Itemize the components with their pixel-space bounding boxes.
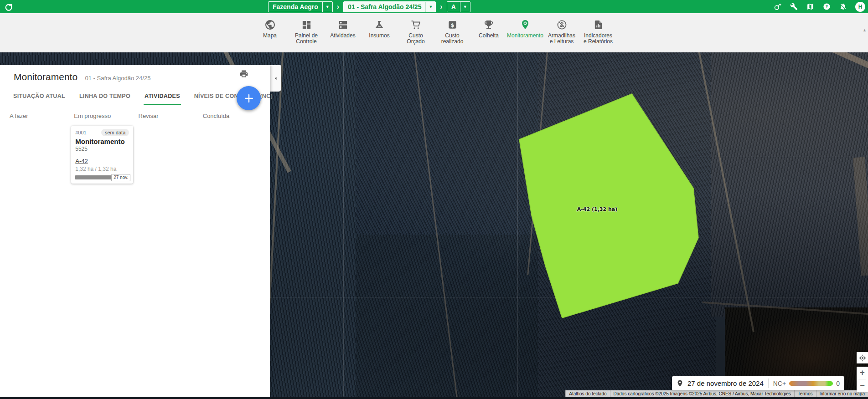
nav-item-label: Armadilhas e Leituras xyxy=(547,33,577,45)
trophy-icon xyxy=(483,18,494,31)
cart-icon xyxy=(410,18,422,31)
list-icon xyxy=(338,18,348,31)
breadcrumb-chevron-icon: › xyxy=(337,3,339,10)
panel-header: Monitoramento 01 - Safra Algodão 24/25 xyxy=(0,65,270,82)
panel-tabs: SITUAÇÃO ATUAL LINHA DO TEMPO ATIVIDADES… xyxy=(0,89,270,105)
nav-item-label: Insumos xyxy=(369,33,389,39)
card-code: 5525 xyxy=(75,146,129,152)
nc-label: NC+ xyxy=(773,380,786,387)
top-navigation-bar: Fazenda Aegro ▼ › 01 - Safra Algodão 24/… xyxy=(0,0,868,13)
kanban-column-a-fazer: A fazer xyxy=(10,113,74,119)
field-polygon-label: A-42 (1,32 ha) xyxy=(577,206,618,212)
panel-subtitle: 01 - Safra Algodão 24/25 xyxy=(85,75,151,82)
card-id: #001 xyxy=(75,130,86,135)
nav-item-indicadores-e-relatorios[interactable]: Indicadores e Relatórios xyxy=(583,18,614,52)
topbar-actions: ? H xyxy=(773,0,865,13)
kanban-column-revisar: Revisar xyxy=(139,113,203,119)
breadcrumb: Fazenda Aegro ▼ › 01 - Safra Algodão 24/… xyxy=(268,0,470,13)
chevron-left-icon xyxy=(273,75,279,82)
panel-title: Monitoramento xyxy=(14,72,78,82)
svg-text:$: $ xyxy=(450,22,454,28)
map-book-icon[interactable] xyxy=(806,2,815,11)
card-area: 1,32 ha / 1,32 ha xyxy=(75,166,129,172)
divider xyxy=(768,379,769,388)
kanban-board: A fazer Em progresso Revisar Concluída #… xyxy=(0,105,270,184)
season-selector[interactable]: 01 - Safra Algodão 24/25 ▼ xyxy=(343,1,436,12)
add-activity-fab[interactable] xyxy=(237,86,261,110)
chevron-down-icon[interactable]: ▼ xyxy=(425,2,435,12)
map-status-bar[interactable]: 27 de novembro de 2024 NC+ 0 xyxy=(672,376,844,390)
module-toolbar: Mapa Painel de Controle Atividades Insum… xyxy=(0,13,868,52)
map-attribution: Atalhos do teclado Dados cartográficos ©… xyxy=(565,390,868,397)
nc-value: 0 xyxy=(836,380,840,387)
nav-item-colheita[interactable]: Colheita xyxy=(474,18,504,52)
nav-item-armadilhas-e-leituras[interactable]: Armadilhas e Leituras xyxy=(547,18,577,52)
nav-item-label: Custo realizado xyxy=(437,33,468,45)
nav-item-atividades[interactable]: Atividades xyxy=(328,18,358,52)
tab-atividades[interactable]: ATIVIDADES xyxy=(144,89,181,105)
card-progress-date: 27 nov. xyxy=(111,174,130,181)
tab-linha-do-tempo[interactable]: LINHA DO TEMPO xyxy=(78,89,131,105)
nav-item-painel-de-controle[interactable]: Painel de Controle xyxy=(291,18,322,52)
nav-item-label: Mapa xyxy=(263,33,277,39)
printer-icon xyxy=(239,69,248,78)
nav-item-label: Indicadores e Relatórios xyxy=(583,33,614,45)
breadcrumb-chevron-icon: › xyxy=(440,3,442,10)
logo-add-icon[interactable] xyxy=(773,2,782,11)
nc-gradient-bar xyxy=(789,381,833,386)
location-pin-icon xyxy=(676,379,684,388)
zoom-in-button[interactable]: + xyxy=(857,367,868,379)
monitoring-panel: Monitoramento 01 - Safra Algodão 24/25 S… xyxy=(0,65,270,397)
pin-bug-icon xyxy=(520,18,531,31)
plot-selector-label: A xyxy=(447,2,460,12)
panel-collapse-button[interactable] xyxy=(270,65,281,92)
flask-icon xyxy=(374,18,385,31)
nav-item-insumos[interactable]: Insumos xyxy=(364,18,395,52)
card-title: Monitoramento xyxy=(75,138,129,145)
nav-item-monitoramento[interactable]: Monitoramento xyxy=(510,18,541,52)
print-button[interactable] xyxy=(238,68,250,80)
scroll-up-icon[interactable]: ▲ xyxy=(863,28,867,32)
nav-item-custo-orcado[interactable]: Custo Orçado xyxy=(401,18,431,52)
aegro-logo[interactable] xyxy=(4,1,14,14)
card-field-link[interactable]: A-42 xyxy=(75,158,129,164)
chevron-down-icon[interactable]: ▼ xyxy=(322,2,332,12)
tab-situacao-atual[interactable]: SITUAÇÃO ATUAL xyxy=(12,89,66,105)
nav-item-label: Colheita xyxy=(479,33,499,39)
report-icon xyxy=(593,18,604,31)
zoom-out-button[interactable]: − xyxy=(857,379,868,392)
plus-icon xyxy=(243,93,254,104)
nav-item-label: Custo Orçado xyxy=(401,33,431,45)
nav-item-label: Monitoramento xyxy=(507,33,543,39)
map-date: 27 de novembro de 2024 xyxy=(687,379,764,387)
card-progress-bar: 27 nov. xyxy=(75,175,129,179)
farm-selector[interactable]: Fazenda Aegro ▼ xyxy=(268,1,333,12)
dollar-icon: $ xyxy=(447,18,458,31)
user-avatar[interactable]: H xyxy=(855,2,865,12)
keyboard-shortcuts-link[interactable]: Atalhos do teclado xyxy=(565,390,610,397)
kanban-column-em-progresso: Em progresso xyxy=(74,113,138,119)
nav-item-mapa[interactable]: Mapa xyxy=(255,18,285,52)
map-credits: Dados cartográficos ©2025 Imagens ©2025 … xyxy=(610,390,794,397)
farm-selector-label: Fazenda Aegro xyxy=(269,2,322,12)
tab-niveis-de-controle[interactable]: NÍVEIS DE CONTROLE (NC) xyxy=(193,89,274,105)
help-icon[interactable]: ? xyxy=(822,2,831,11)
bug-off-icon xyxy=(556,18,568,31)
card-due-badge: sem data xyxy=(101,129,129,136)
nav-item-label: Painel de Controle xyxy=(291,33,322,45)
chevron-down-icon[interactable]: ▼ xyxy=(460,2,470,12)
nav-item-label: Atividades xyxy=(330,33,355,39)
season-selector-label: 01 - Safra Algodão 24/25 xyxy=(344,2,425,12)
globe-icon xyxy=(264,18,276,31)
dashboard-icon xyxy=(301,18,312,31)
nav-item-custo-realizado[interactable]: $ Custo realizado xyxy=(437,18,468,52)
map-zoom-control: + − xyxy=(857,367,868,392)
bell-off-icon[interactable] xyxy=(839,2,847,11)
terms-link[interactable]: Termos xyxy=(794,390,816,397)
activity-card[interactable]: #001 sem data Monitoramento 5525 A-42 1,… xyxy=(71,126,133,184)
wrench-icon[interactable] xyxy=(790,2,798,11)
svg-text:?: ? xyxy=(826,4,828,9)
my-location-button[interactable] xyxy=(857,352,868,363)
bottom-edge xyxy=(0,397,868,399)
plot-selector[interactable]: A ▼ xyxy=(447,1,470,12)
